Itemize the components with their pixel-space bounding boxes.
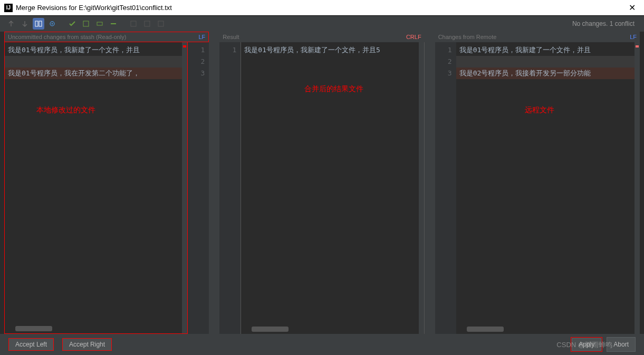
whitespace-icon[interactable] [108, 18, 119, 30]
right-scroll-indicator [635, 42, 640, 334]
line-number: 2 [194, 56, 205, 68]
splitter[interactable] [209, 32, 219, 334]
right-pane-header: Changes from Remote LF [435, 32, 640, 42]
center-annotation: 合并后的结果文件 [304, 84, 363, 94]
window-title: Merge Revisions for E:\gitWork\gitTest01… [16, 4, 172, 12]
right-code: 1 2 3 « ✕ 我是01号程序员，我新建了一个文件，并且 我是02号程序员，… [435, 42, 640, 334]
close-icon[interactable]: ✕ [624, 3, 640, 13]
right-annotation: 远程文件 [525, 105, 554, 115]
svg-rect-0 [35, 21, 38, 26]
right-encoding[interactable]: LF [630, 34, 637, 40]
accept-right-button[interactable]: Accept Right [62, 338, 112, 351]
svg-rect-4 [83, 21, 89, 26]
left-pane-header: Uncommitted changes from stash (Read-onl… [4, 32, 209, 42]
svg-rect-7 [145, 21, 150, 26]
code-line: 我是02号程序员，我接着开发另一部分功能 [456, 68, 640, 79]
center-pane-header: Result CRLF [219, 32, 424, 42]
svg-rect-8 [158, 21, 164, 26]
disabled-tool-2-icon [141, 18, 153, 30]
highlight-icon[interactable] [94, 18, 105, 30]
scroll-mark [636, 45, 639, 47]
code-line [456, 56, 640, 68]
left-code: 我是01号程序员，我新建了一个文件，并且 我是01号程序员，我在开发第二个功能了… [4, 42, 209, 334]
left-pane: Uncommitted changes from stash (Read-onl… [4, 32, 209, 334]
left-pane-title: Uncommitted changes from stash (Read-onl… [8, 34, 126, 40]
svg-rect-5 [97, 22, 102, 25]
h-scroll-thumb[interactable] [15, 326, 52, 331]
line-number: 3 [194, 68, 205, 79]
code-line: 我是01号程序员，我新建了一个文件，并且5 [241, 44, 424, 56]
center-pane: Result CRLF 1 我是01号程序员，我新建了一个文件，并且5 合并后的… [219, 32, 424, 334]
center-scroll-indicator [419, 42, 424, 334]
splitter[interactable] [425, 32, 435, 334]
line-number: 1 [226, 44, 236, 56]
disabled-tool-3-icon [155, 18, 167, 30]
center-code: 1 我是01号程序员，我新建了一个文件，并且5 合并后的结果文件 [219, 42, 424, 334]
center-code-content[interactable]: 我是01号程序员，我新建了一个文件，并且5 合并后的结果文件 [241, 42, 424, 334]
line-number: 1 [194, 44, 205, 56]
right-code-content[interactable]: 我是01号程序员，我新建了一个文件，并且 我是02号程序员，我接着开发另一部分功… [456, 42, 640, 334]
prev-diff-icon[interactable] [5, 18, 17, 30]
right-line-numbers: 1 2 3 [435, 42, 456, 334]
status-text: No changes. 1 conflict [572, 20, 639, 27]
line-number: 1 [441, 44, 452, 56]
footer: Accept Left Accept Right Apply Abort [0, 334, 644, 355]
svg-rect-1 [39, 21, 42, 26]
right-pane: Changes from Remote LF 1 2 3 « ✕ 我是01号程序… [435, 32, 640, 334]
app-icon: IJ [4, 4, 13, 12]
left-scroll-indicator [182, 42, 187, 333]
code-line: 我是01号程序员，我在开发第二个功能了， [5, 68, 187, 79]
line-number: 3 [441, 68, 452, 79]
title-bar: IJ Merge Revisions for E:\gitWork\gitTes… [0, 0, 644, 16]
left-annotation: 本地修改过的文件 [36, 105, 95, 115]
apply-button[interactable]: Apply [572, 338, 601, 351]
accept-left-button[interactable]: Accept Left [8, 338, 54, 351]
code-line [5, 56, 187, 68]
left-encoding[interactable]: LF [198, 34, 205, 40]
toolbar: No changes. 1 conflict [0, 16, 644, 32]
abort-button[interactable]: Abort [607, 337, 636, 352]
left-code-content[interactable]: 我是01号程序员，我新建了一个文件，并且 我是01号程序员，我在开发第二个功能了… [4, 42, 188, 334]
code-line: 我是01号程序员，我新建了一个文件，并且 [5, 44, 187, 56]
left-line-numbers: 1 2 3 [188, 42, 209, 334]
center-pane-title: Result [223, 34, 239, 40]
magic-resolve-icon[interactable] [80, 18, 92, 30]
right-pane-title: Changes from Remote [438, 34, 497, 40]
svg-point-3 [52, 23, 53, 25]
disabled-tool-1-icon [128, 18, 139, 30]
next-diff-icon[interactable] [19, 18, 31, 30]
svg-rect-6 [131, 21, 136, 26]
scroll-mark [183, 45, 186, 47]
code-line: 我是01号程序员，我新建了一个文件，并且 [456, 44, 640, 56]
merge-area: Uncommitted changes from stash (Read-onl… [0, 32, 644, 334]
center-encoding[interactable]: CRLF [406, 34, 421, 40]
apply-nonconflict-icon[interactable] [66, 18, 78, 30]
h-scroll-thumb[interactable] [252, 327, 289, 332]
line-number: 2 [441, 56, 452, 68]
settings-icon[interactable] [46, 18, 58, 30]
h-scroll-thumb[interactable] [467, 327, 504, 332]
center-line-numbers: 1 [219, 42, 241, 334]
sync-scroll-icon[interactable] [33, 18, 44, 30]
